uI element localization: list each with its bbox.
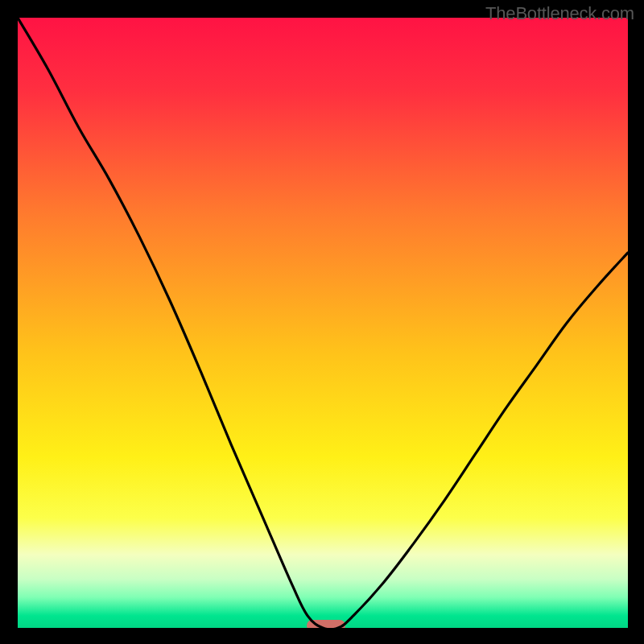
plot-area — [18, 18, 628, 628]
bottleneck-curve — [18, 18, 628, 628]
curve-path — [18, 18, 628, 628]
watermark-text: TheBottleneck.com — [485, 3, 634, 24]
chart-frame: TheBottleneck.com — [0, 0, 644, 644]
